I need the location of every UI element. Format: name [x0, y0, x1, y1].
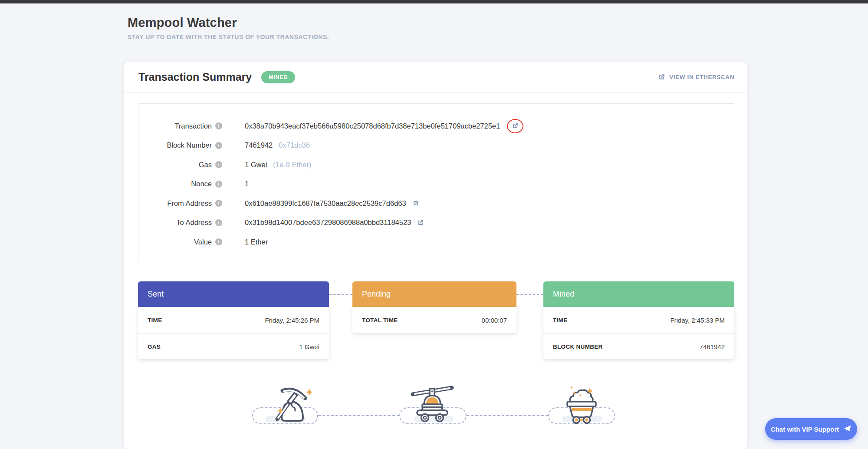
- time-label: TIME: [148, 317, 162, 324]
- mined-time-row: TIME Friday, 2:45:33 PM: [543, 307, 734, 333]
- mined-header: Mined: [543, 281, 734, 307]
- page-title: Mempool Watcher: [128, 16, 329, 30]
- info-icon[interactable]: [215, 181, 222, 188]
- info-icon[interactable]: [215, 122, 222, 129]
- gas-value: 1 Gwei: [299, 343, 319, 350]
- chat-vip-support-button[interactable]: Chat with VIP Support: [765, 418, 857, 440]
- etherscan-link-label: VIEW IN ETHERSCAN: [669, 74, 734, 80]
- to-address-value: 0x31b98d14007bdee637298086988a0bbd311845…: [245, 218, 411, 227]
- chat-button-label: Chat with VIP Support: [771, 426, 839, 433]
- timeline-connector: [329, 294, 352, 295]
- pending-total-time-row: TOTAL TIME 00:00:07: [352, 307, 516, 333]
- from-address-value: 0x610ae88399fc1687fa7530aac28ec2539c7d6d…: [245, 199, 406, 208]
- time-label: TIME: [553, 317, 567, 324]
- block-number-hex: 0x71dc36: [279, 141, 310, 149]
- block-number-label: BLOCK NUMBER: [553, 343, 603, 350]
- timeline-connector: [516, 294, 543, 295]
- gas-ether-equivalent: (1e-9 Ether): [273, 161, 311, 169]
- timeline-card-sent: Sent TIME Friday, 2:45:26 PM GAS 1 Gwei: [138, 281, 329, 359]
- external-link-icon[interactable]: [512, 122, 519, 129]
- block-number-label: Block Number: [167, 141, 212, 149]
- status-badge: MINED: [261, 71, 295, 83]
- info-icon[interactable]: [215, 200, 222, 207]
- external-link-icon[interactable]: [417, 219, 424, 226]
- top-bar: [0, 0, 868, 3]
- mempool-watcher-screen: Mempool Watcher STAY UP TO DATE WITH THE…: [0, 0, 868, 449]
- sent-gas-row: GAS 1 Gwei: [138, 333, 329, 359]
- block-number-value: 7461942: [245, 141, 273, 149]
- transaction-hash-value: 0x38a70b943eacf37eb566a5980c25078d68fb7d…: [245, 122, 500, 130]
- mined-block-number-row: BLOCK NUMBER 7461942: [543, 333, 734, 359]
- sent-header: Sent: [138, 281, 329, 307]
- nonce-label: Nonce: [191, 180, 212, 188]
- external-link-icon: [658, 73, 665, 81]
- from-address-label: From Address: [167, 199, 212, 208]
- label-column-divider: [228, 104, 228, 262]
- transaction-label: Transaction: [174, 122, 212, 130]
- illustration-connector: [318, 415, 399, 416]
- transaction-details-panel: Transaction 0x38a70b943eacf37eb566a5980c…: [138, 103, 734, 262]
- external-link-icon[interactable]: [412, 200, 419, 207]
- transaction-summary-card: Transaction Summary MINED VIEW IN ETHERS…: [124, 62, 747, 449]
- block-number-value: 7461942: [700, 343, 725, 350]
- sent-time-row: TIME Friday, 2:45:26 PM: [138, 307, 329, 333]
- pickaxe-icon: [267, 385, 324, 425]
- info-icon[interactable]: [215, 142, 222, 149]
- nonce-value: 1: [245, 180, 249, 188]
- paper-plane-icon: [843, 424, 852, 434]
- info-icon[interactable]: [215, 238, 222, 245]
- view-in-etherscan-link[interactable]: VIEW IN ETHERSCAN: [658, 73, 734, 81]
- illustration-connector: [467, 415, 548, 416]
- ether-value: 1 Ether: [245, 238, 268, 246]
- card-header: Transaction Summary MINED VIEW IN ETHERS…: [124, 62, 747, 92]
- red-annotation-circle: [507, 119, 523, 133]
- minecart-icon: [561, 384, 603, 426]
- timeline-card-mined: Mined TIME Friday, 2:45:33 PM BLOCK NUMB…: [543, 281, 734, 359]
- total-time-value: 00:00:07: [482, 317, 507, 324]
- card-title: Transaction Summary: [138, 71, 252, 83]
- gas-label: GAS: [148, 343, 161, 350]
- page-header: Mempool Watcher STAY UP TO DATE WITH THE…: [128, 16, 329, 40]
- page-subtitle: STAY UP TO DATE WITH THE STATUS OF YOUR …: [128, 33, 329, 40]
- info-icon[interactable]: [215, 161, 222, 168]
- info-icon[interactable]: [215, 219, 222, 226]
- gas-label: Gas: [199, 161, 212, 169]
- total-time-label: TOTAL TIME: [362, 317, 398, 324]
- value-label: Value: [194, 238, 212, 246]
- handcar-icon: [407, 383, 459, 424]
- time-value: Friday, 2:45:33 PM: [670, 317, 725, 324]
- time-value: Friday, 2:45:26 PM: [265, 317, 319, 324]
- gas-value: 1 Gwei: [245, 161, 267, 169]
- to-address-label: To Address: [176, 218, 212, 227]
- pending-header: Pending: [352, 281, 516, 307]
- timeline-card-pending: Pending TOTAL TIME 00:00:07: [352, 281, 516, 333]
